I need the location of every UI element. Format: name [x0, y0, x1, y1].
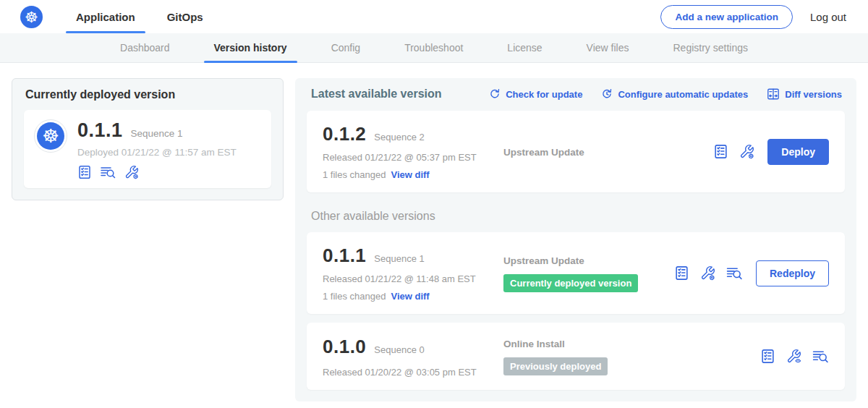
- source-label: Upstream Update: [503, 147, 584, 158]
- logs-magnifier-icon[interactable]: [812, 349, 829, 364]
- version-card-0-1-2: 0.1.2 Sequence 2 Released 01/21/22 @ 05:…: [307, 111, 845, 192]
- subnav-item-registry-settings[interactable]: Registry settings: [672, 33, 749, 62]
- sequence-label: Sequence 0: [374, 344, 424, 355]
- sequence-label: Sequence 1: [374, 253, 424, 264]
- subnav-item-view-files[interactable]: View files: [585, 33, 631, 62]
- version-info: 0.1.2 Sequence 2 Released 01/21/22 @ 05:…: [323, 123, 503, 180]
- subnav-item-version-history[interactable]: Version history: [213, 33, 289, 62]
- released-timestamp: Released 01/21/22 @ 11:48 am EST: [323, 273, 503, 284]
- subnav-registry-settings-label: Registry settings: [673, 42, 748, 54]
- tab-gitops[interactable]: GitOps: [157, 0, 213, 33]
- version-card-0-1-1: 0.1.1 Sequence 1 Released 01/21/22 @ 11:…: [307, 232, 845, 314]
- diff-versions-label: Diff versions: [785, 89, 842, 100]
- check-for-update-label: Check for update: [506, 89, 582, 100]
- subnav-item-dashboard[interactable]: Dashboard: [119, 33, 171, 62]
- release-notes-checklist-icon[interactable]: [760, 349, 775, 364]
- available-versions-panel: Latest available version Check for updat…: [295, 78, 856, 401]
- release-notes-checklist-icon[interactable]: [713, 144, 728, 159]
- config-wrench-gear-icon[interactable]: [124, 165, 139, 179]
- version-source: Upstream Update Currently deployed versi…: [503, 254, 674, 292]
- check-for-update-link[interactable]: Check for update: [489, 88, 582, 101]
- kubernetes-wheel-icon: ☸: [37, 122, 64, 150]
- version-actions: [760, 349, 829, 364]
- config-wrench-gear-icon[interactable]: [700, 265, 715, 281]
- currently-deployed-badge: Currently deployed version: [503, 274, 638, 292]
- currently-deployed-title: Currently deployed version: [25, 88, 271, 101]
- files-changed-label: 1 files changed: [323, 169, 386, 180]
- subnav-view-files-label: View files: [587, 42, 629, 54]
- previously-deployed-badge: Previously deployed: [503, 357, 608, 375]
- view-diff-link[interactable]: View diff: [391, 291, 429, 302]
- files-changed-label: 1 files changed: [323, 291, 386, 302]
- release-notes-checklist-icon[interactable]: [77, 165, 92, 179]
- subnav-config-label: Config: [331, 42, 360, 54]
- refresh-icon: [489, 88, 501, 100]
- diff-columns-icon: [767, 88, 780, 101]
- deployed-sequence-label: Sequence 1: [131, 128, 183, 139]
- add-new-application-button[interactable]: Add a new application: [660, 5, 793, 29]
- app-subnav: Dashboard Version history Config Trouble…: [0, 33, 868, 63]
- config-wrench-gear-icon[interactable]: [739, 144, 754, 159]
- version-number: 0.1.2: [323, 123, 366, 145]
- version-info: 0.1.0 Sequence 0 Released 01/20/22 @ 03:…: [323, 336, 503, 378]
- subnav-item-troubleshoot[interactable]: Troubleshoot: [403, 33, 464, 62]
- deployed-version-tile: ☸ 0.1.1 Sequence 1 Deployed 01/21/22 @ 1…: [24, 110, 271, 188]
- source-label: Online Install: [503, 339, 565, 349]
- configure-automatic-updates-link[interactable]: Configure automatic updates: [601, 88, 748, 101]
- tab-application[interactable]: Application: [66, 0, 145, 33]
- subnav-version-history-label: Version history: [214, 42, 287, 54]
- kubernetes-logo-icon[interactable]: ☸: [20, 6, 43, 28]
- top-navbar: ☸ Application GitOps Add a new applicati…: [0, 0, 868, 33]
- subnav-license-label: License: [507, 42, 542, 54]
- other-available-versions-title: Other available versions: [311, 210, 842, 223]
- version-history-page: Currently deployed version ☸ 0.1.1 Seque…: [0, 63, 868, 408]
- version-info: 0.1.1 Sequence 1 Released 01/21/22 @ 11:…: [323, 245, 503, 302]
- deployed-version-number: 0.1.1: [77, 119, 123, 142]
- tab-application-label: Application: [76, 11, 135, 23]
- source-label: Upstream Update: [503, 255, 584, 266]
- logs-magnifier-icon[interactable]: [100, 165, 116, 179]
- currently-deployed-card: Currently deployed version ☸ 0.1.1 Seque…: [12, 78, 284, 200]
- logs-magnifier-icon[interactable]: [726, 265, 743, 281]
- redeploy-button[interactable]: Redeploy: [756, 260, 829, 286]
- version-number: 0.1.0: [323, 336, 366, 358]
- released-timestamp: Released 01/21/22 @ 05:37 pm EST: [323, 152, 503, 163]
- version-source: Online Install Previously deployed: [503, 337, 760, 375]
- logout-link[interactable]: Log out: [810, 11, 846, 23]
- version-actions: Redeploy: [674, 260, 829, 286]
- clock-refresh-icon: [601, 88, 613, 100]
- panel-actions: Check for update Configure automatic upd…: [489, 88, 842, 101]
- app-logo: ☸: [34, 119, 67, 153]
- configure-automatic-updates-label: Configure automatic updates: [618, 89, 748, 100]
- deploy-button[interactable]: Deploy: [767, 139, 829, 165]
- diff-versions-link[interactable]: Diff versions: [767, 88, 842, 101]
- release-notes-checklist-icon[interactable]: [674, 265, 689, 281]
- deployed-version-details: 0.1.1 Sequence 1 Deployed 01/21/22 @ 11:…: [77, 119, 237, 179]
- subnav-item-config[interactable]: Config: [330, 33, 362, 62]
- sequence-label: Sequence 2: [374, 132, 424, 143]
- deployed-timestamp: Deployed 01/21/22 @ 11:57 am EST: [77, 147, 237, 158]
- latest-available-title: Latest available version: [311, 88, 442, 101]
- config-wrench-eye-icon[interactable]: [786, 349, 801, 364]
- version-actions: Deploy: [713, 139, 829, 165]
- view-diff-link[interactable]: View diff: [391, 169, 429, 180]
- version-number: 0.1.1: [323, 245, 366, 267]
- navbar-right: Add a new application Log out: [660, 5, 846, 29]
- tab-gitops-label: GitOps: [167, 11, 203, 23]
- subnav-dashboard-label: Dashboard: [120, 42, 170, 54]
- released-timestamp: Released 01/20/22 @ 03:05 pm EST: [323, 367, 503, 378]
- subnav-troubleshoot-label: Troubleshoot: [404, 42, 463, 54]
- version-card-0-1-0: 0.1.0 Sequence 0 Released 01/20/22 @ 03:…: [307, 323, 845, 390]
- version-source: Upstream Update: [503, 145, 713, 158]
- subnav-item-license[interactable]: License: [506, 33, 543, 62]
